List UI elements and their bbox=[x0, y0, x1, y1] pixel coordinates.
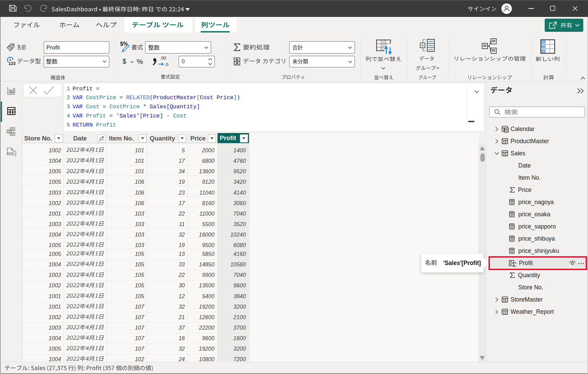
svg-text:DAX: DAX bbox=[7, 152, 13, 155]
